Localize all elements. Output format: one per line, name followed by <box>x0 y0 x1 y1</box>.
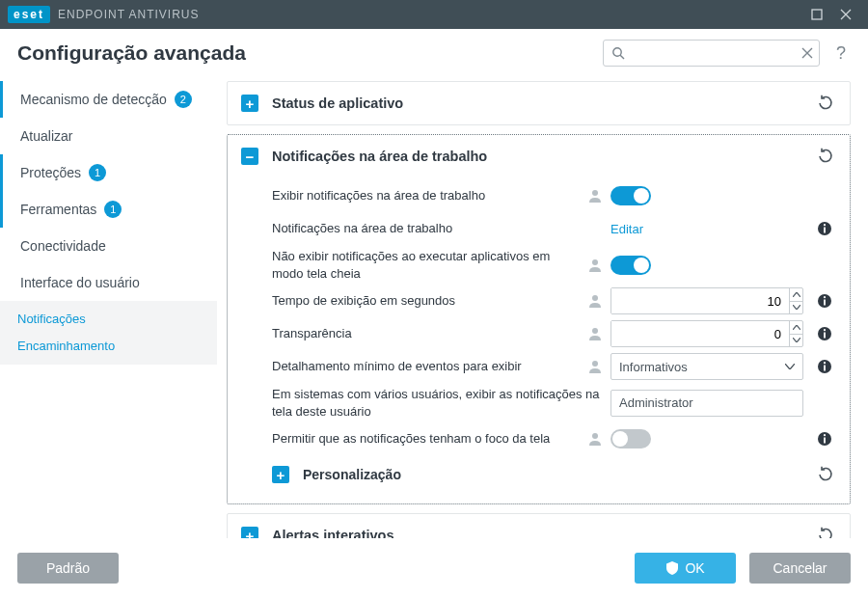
svg-point-1 <box>613 48 621 56</box>
edit-link[interactable]: Editar <box>610 222 643 236</box>
sidebar-item-connectivity[interactable]: Conectividade <box>0 228 217 264</box>
svg-point-15 <box>824 329 826 331</box>
clear-search-button[interactable] <box>801 47 813 59</box>
sidebar-item-label: Atualizar <box>20 128 72 144</box>
expand-icon: + <box>241 527 258 538</box>
toggle-show-desktop[interactable] <box>610 186 651 205</box>
svg-point-19 <box>824 362 826 364</box>
badge: 1 <box>89 164 106 181</box>
info-button[interactable] <box>813 326 836 341</box>
sidebar-sub-notifications[interactable]: Notificações <box>0 305 217 332</box>
default-button[interactable]: Padrão <box>17 553 119 584</box>
sidebar-item-label: Ferramentas <box>20 202 96 217</box>
titlebar: eset ENDPOINT ANTIVIRUS <box>0 0 868 29</box>
info-icon <box>817 326 832 341</box>
svg-rect-0 <box>812 10 822 19</box>
panel-desktop-notifications: − Notificações na área de trabalho Exibi… <box>227 134 851 504</box>
step-up-button[interactable] <box>790 321 802 335</box>
x-icon <box>801 47 813 59</box>
search-input[interactable] <box>631 46 792 61</box>
row-label: Notificações na área de trabalho <box>272 220 610 237</box>
row-label: Tempo de exibição em segundos <box>272 292 587 310</box>
revert-button[interactable] <box>815 464 836 485</box>
verbosity-select[interactable]: Informativos <box>610 353 803 380</box>
multiuser-input[interactable] <box>610 390 803 417</box>
info-button[interactable] <box>813 431 836 447</box>
help-button[interactable]: ? <box>831 43 851 64</box>
user-icon <box>587 326 603 341</box>
row-label: Detalhamento mínimo de eventos para exib… <box>272 358 587 375</box>
sidebar-item-label: Mecanismo de detecção <box>20 92 167 107</box>
revert-button[interactable] <box>815 146 836 167</box>
info-button[interactable] <box>813 221 836 236</box>
expand-icon: + <box>241 95 258 112</box>
sidebar-item-update[interactable]: Atualizar <box>0 118 217 154</box>
panel-title: Alertas interativos <box>272 528 815 538</box>
svg-point-23 <box>824 434 826 436</box>
svg-rect-5 <box>824 228 826 233</box>
panel-status: + Status de aplicativo <box>227 81 851 125</box>
row-min-verbosity: Detalhamento mínimo de eventos para exib… <box>228 350 850 383</box>
timeout-input[interactable] <box>611 288 789 313</box>
row-timeout: Tempo de exibição em segundos <box>228 285 850 317</box>
sidebar-item-label: Conectividade <box>20 238 106 254</box>
info-icon <box>817 431 832 447</box>
shield-icon <box>665 561 679 575</box>
collapse-icon: − <box>241 148 258 165</box>
sidebar-item-protections[interactable]: Proteções 1 <box>0 154 217 191</box>
chevron-down-icon <box>793 338 800 342</box>
svg-point-11 <box>824 296 826 298</box>
chevron-up-icon <box>793 292 800 297</box>
svg-point-7 <box>592 259 598 265</box>
info-icon <box>817 359 832 374</box>
info-button[interactable] <box>813 359 836 374</box>
footer: Padrão OK Cancelar <box>0 538 868 598</box>
product-name: ENDPOINT ANTIVIRUS <box>58 8 199 21</box>
svg-point-6 <box>824 224 826 226</box>
transparency-stepper <box>610 320 803 347</box>
content-area: + Status de aplicativo − Notificações na… <box>217 77 868 538</box>
transparency-input[interactable] <box>611 321 789 346</box>
row-show-desktop: Exibir notificações na área de trabalho <box>228 179 850 212</box>
step-up-button[interactable] <box>790 288 802 302</box>
row-label: Permitir que as notificações tenham o fo… <box>272 430 587 448</box>
panel-title: Notificações na área de trabalho <box>272 149 815 164</box>
svg-rect-22 <box>824 438 826 444</box>
sidebar-item-tools[interactable]: Ferramentas 1 <box>0 191 217 228</box>
cancel-button[interactable]: Cancelar <box>749 553 851 584</box>
row-fullscreen: Não exibir notificações ao executar apli… <box>228 245 850 285</box>
chevron-down-icon <box>785 364 795 369</box>
info-button[interactable] <box>813 293 836 309</box>
panel-header-desktop-notifications[interactable]: − Notificações na área de trabalho <box>228 135 850 177</box>
window-close-button[interactable] <box>831 0 860 29</box>
sidebar-sub-forwarding[interactable]: Encaminhamento <box>0 332 217 359</box>
search-icon <box>611 46 625 60</box>
svg-line-2 <box>620 55 624 59</box>
step-down-button[interactable] <box>790 335 802 347</box>
window-maximize-button[interactable] <box>802 0 831 29</box>
panel-header-status[interactable]: + Status de aplicativo <box>228 82 850 124</box>
row-transparency: Transparência <box>228 317 850 350</box>
undo-icon <box>817 95 834 112</box>
toggle-fullscreen[interactable] <box>610 256 651 275</box>
undo-icon <box>817 527 834 538</box>
revert-button[interactable] <box>815 93 836 114</box>
svg-point-3 <box>592 190 598 196</box>
brand-logo: eset <box>8 6 50 23</box>
step-down-button[interactable] <box>790 302 802 314</box>
row-desktop-link: Notificações na área de trabalho Editar <box>228 212 850 245</box>
toggle-focus[interactable] <box>610 429 651 448</box>
panel-interactive-alerts: + Alertas interativos <box>227 513 851 538</box>
subsection-customization[interactable]: + Personalização <box>228 455 850 494</box>
ok-button[interactable]: OK <box>635 553 736 584</box>
revert-button[interactable] <box>815 525 836 538</box>
info-icon <box>817 293 832 309</box>
sidebar-item-detection[interactable]: Mecanismo de detecção 2 <box>0 81 217 118</box>
user-icon <box>587 359 603 374</box>
sidebar-item-ui[interactable]: Interface do usuário <box>0 264 217 301</box>
chevron-up-icon <box>793 325 800 330</box>
row-focus: Permitir que as notificações tenham o fo… <box>228 422 850 455</box>
subsection-title: Personalização <box>303 467 815 482</box>
svg-point-8 <box>592 295 598 301</box>
panel-header-interactive[interactable]: + Alertas interativos <box>228 514 850 538</box>
